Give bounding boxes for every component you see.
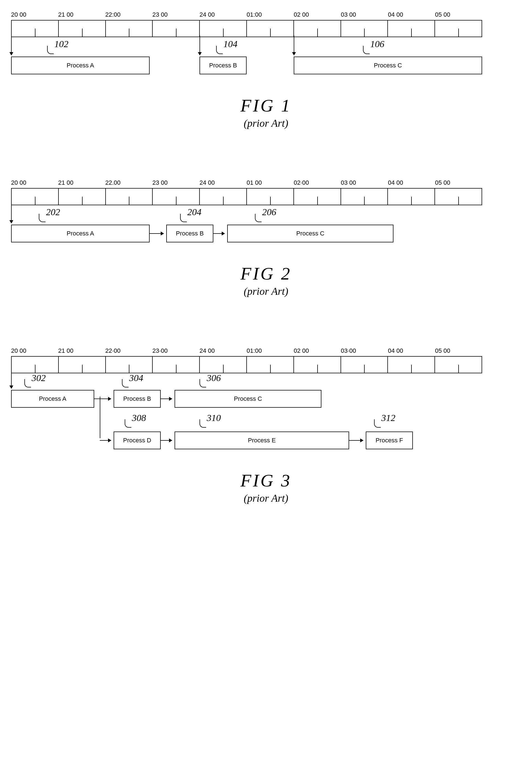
callout-hook-icon [363, 46, 370, 54]
tick-label: 03 00 [341, 179, 388, 188]
tick-label: 24 00 [199, 347, 247, 356]
tick-label: 22.00 [105, 179, 152, 188]
tick-label: 22·00 [105, 347, 152, 356]
callout-hook-icon [125, 419, 131, 428]
arrow-right-icon [349, 440, 363, 441]
arrow-down-icon [11, 35, 12, 55]
ref-204: 204 [187, 207, 201, 218]
callout-hook-icon [47, 46, 54, 54]
arrow-down-icon [294, 35, 294, 55]
tick-label: 04 00 [388, 179, 435, 188]
ref-312: 312 [381, 413, 395, 423]
tick-label: 24 00 [199, 11, 247, 20]
figure-3: 20 00 21 00 22·00 23·00 24 00 01:00 02 0… [11, 347, 521, 504]
arrow-down-icon [11, 204, 12, 223]
tick-label: 23·00 [152, 347, 199, 356]
timeline-1: 20 00 21 00 22:00 23 00 24 00 01:00 02 0… [11, 11, 482, 76]
figure-subtitle: (prior Art) [11, 492, 521, 504]
callout-hook-icon [216, 46, 223, 54]
ref-304: 304 [129, 373, 143, 383]
figure-1: 20 00 21 00 22:00 23 00 24 00 01:00 02 0… [11, 11, 521, 129]
process-b-box: Process B [199, 57, 247, 74]
tick-label: 21 00 [58, 179, 105, 188]
arrow-down-icon [11, 372, 12, 388]
tick-label: 03 00 [341, 11, 388, 20]
callout-hook-icon [24, 379, 31, 387]
tick-label: 05 00 [435, 11, 482, 20]
time-scale [11, 188, 482, 205]
process-f-box: Process F [366, 431, 413, 449]
arrow-right-icon [161, 399, 172, 399]
ref-104: 104 [223, 39, 237, 49]
tick-label: 02 00 [294, 11, 341, 20]
tick-label: 01:00 [247, 347, 294, 356]
callout-hook-icon [374, 419, 381, 428]
ref-102: 102 [54, 39, 68, 49]
callout-hook-icon [199, 419, 206, 428]
arrow-down-icon [199, 35, 200, 55]
time-scale [11, 20, 482, 37]
figure-subtitle: (prior Art) [11, 285, 521, 297]
time-scale [11, 356, 482, 373]
ref-310: 310 [207, 413, 221, 423]
timeline-3: 20 00 21 00 22·00 23·00 24 00 01:00 02 0… [11, 347, 482, 451]
figure-title: FIG 2 [11, 264, 521, 284]
process-e-box: Process E [175, 431, 349, 449]
ref-206: 206 [262, 207, 276, 218]
tick-label: 02 00 [294, 347, 341, 356]
tick-label: 21 00 [58, 11, 105, 20]
figure-caption: FIG 2 (prior Art) [11, 264, 521, 297]
process-row: Process A Process B Process C [11, 57, 482, 76]
ref-306: 306 [207, 373, 221, 383]
tick-label: 21 00 [58, 347, 105, 356]
figure-caption: FIG 3 (prior Art) [11, 470, 521, 504]
process-row: Process A Process B Process C [11, 225, 482, 244]
process-c-box: Process C [227, 225, 393, 243]
arrow-right-icon [100, 440, 111, 441]
figure-title: FIG 3 [11, 470, 521, 491]
callout-hook-icon [39, 214, 45, 222]
process-d-box: Process D [114, 431, 161, 449]
callout-hook-icon [122, 379, 129, 387]
tick-label: 23 00 [152, 179, 199, 188]
tick-label: 05 00 [435, 179, 482, 188]
process-c-box: Process C [175, 390, 321, 408]
process-b-box: Process B [166, 225, 213, 243]
process-c-box: Process C [294, 57, 482, 74]
ref-106: 106 [370, 39, 384, 49]
arrow-right-icon [213, 233, 224, 234]
process-a-box: Process A [11, 225, 150, 243]
process-row-1: Process A Process B Process C [11, 390, 482, 409]
tick-label: 22:00 [105, 11, 152, 20]
tick-label: 23 00 [152, 11, 199, 20]
timeline-2: 20 00 21 00 22.00 23 00 24 00 01 00 02·0… [11, 179, 482, 244]
tick-label: 05 00 [435, 347, 482, 356]
arrow-right-icon [94, 399, 111, 399]
tick-label: 04 00 [388, 11, 435, 20]
figure-caption: FIG 1 (prior Art) [11, 95, 521, 129]
tick-label: 20 00 [11, 179, 58, 188]
process-a-box: Process A [11, 390, 94, 408]
tick-label: 01:00 [247, 11, 294, 20]
process-b-box: Process B [114, 390, 161, 408]
figure-subtitle: (prior Art) [11, 117, 521, 129]
tick-label: 24 00 [199, 179, 247, 188]
figure-2: 20 00 21 00 22.00 23 00 24 00 01 00 02·0… [11, 179, 521, 297]
tick-label: 04 00 [388, 347, 435, 356]
figure-title: FIG 1 [11, 95, 521, 116]
ref-202: 202 [46, 207, 60, 218]
tick-label: 20 00 [11, 11, 58, 20]
process-row-2: Process D Process E Process F [11, 431, 482, 451]
tick-label: 02·00 [294, 179, 341, 188]
callout-hook-icon [199, 379, 206, 387]
arrow-right-icon [150, 233, 163, 234]
time-labels: 20 00 21 00 22:00 23 00 24 00 01:00 02 0… [11, 11, 482, 20]
arrow-right-icon [161, 440, 172, 441]
tick-label: 03·00 [341, 347, 388, 356]
ref-308: 308 [132, 413, 146, 423]
ref-302: 302 [32, 373, 46, 383]
callout-hook-icon [255, 214, 262, 222]
time-labels: 20 00 21 00 22.00 23 00 24 00 01 00 02·0… [11, 179, 482, 188]
callout-hook-icon [180, 214, 187, 222]
tick-label: 01 00 [247, 179, 294, 188]
